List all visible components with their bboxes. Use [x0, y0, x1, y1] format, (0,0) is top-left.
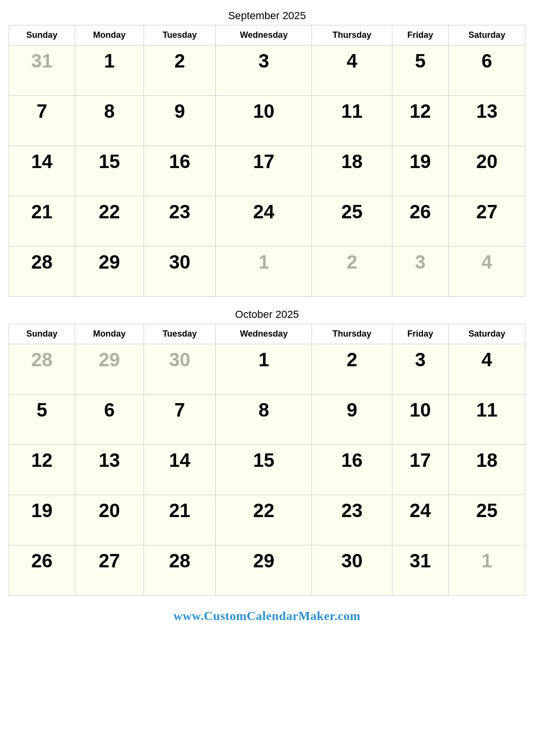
list-item[interactable]: 19 [392, 146, 448, 196]
list-item[interactable]: 24 [392, 495, 448, 545]
list-item[interactable]: 6 [75, 395, 144, 445]
list-item[interactable]: 9 [312, 395, 392, 445]
col-thursday: Thursday [312, 324, 392, 344]
list-item[interactable]: 28 [9, 344, 75, 395]
list-item[interactable]: 19 [9, 495, 75, 545]
list-item[interactable]: 26 [392, 196, 448, 247]
list-item[interactable]: 25 [448, 495, 525, 545]
list-item[interactable]: 31 [9, 45, 75, 96]
list-item[interactable]: 1 [216, 247, 312, 297]
october-header-row: Sunday Monday Tuesday Wednesday Thursday… [9, 324, 525, 344]
list-item[interactable]: 13 [448, 96, 525, 146]
table-row: 14151617181920 [9, 146, 525, 196]
list-item[interactable]: 8 [75, 96, 144, 146]
list-item[interactable]: 8 [216, 395, 312, 445]
col-friday: Friday [392, 324, 448, 344]
list-item[interactable]: 20 [75, 495, 144, 545]
list-item[interactable]: 30 [144, 247, 215, 297]
table-row: 2627282930311 [9, 545, 525, 596]
list-item[interactable]: 9 [144, 96, 215, 146]
list-item[interactable]: 2 [312, 247, 392, 297]
list-item[interactable]: 1 [75, 45, 144, 96]
list-item[interactable]: 6 [448, 45, 525, 96]
col-thursday: Thursday [312, 25, 392, 45]
col-tuesday: Tuesday [144, 25, 215, 45]
col-saturday: Saturday [448, 25, 525, 45]
table-row: 2829301234 [9, 344, 525, 395]
list-item[interactable]: 23 [144, 196, 215, 247]
list-item[interactable]: 24 [216, 196, 312, 247]
list-item[interactable]: 16 [144, 146, 215, 196]
col-wednesday: Wednesday [216, 324, 312, 344]
col-friday: Friday [392, 25, 448, 45]
list-item[interactable]: 26 [9, 545, 75, 596]
list-item[interactable]: 15 [216, 445, 312, 495]
list-item[interactable]: 17 [392, 445, 448, 495]
list-item[interactable]: 1 [216, 344, 312, 395]
list-item[interactable]: 14 [144, 445, 215, 495]
col-sunday: Sunday [9, 25, 75, 45]
list-item[interactable]: 20 [448, 146, 525, 196]
list-item[interactable]: 22 [75, 196, 144, 247]
list-item[interactable]: 30 [312, 545, 392, 596]
list-item[interactable]: 3 [216, 45, 312, 96]
september-grid: Sunday Monday Tuesday Wednesday Thursday… [9, 25, 525, 297]
list-item[interactable]: 2 [312, 344, 392, 395]
list-item[interactable]: 29 [216, 545, 312, 596]
list-item[interactable]: 29 [75, 344, 144, 395]
col-monday: Monday [75, 324, 144, 344]
col-sunday: Sunday [9, 324, 75, 344]
october-grid: Sunday Monday Tuesday Wednesday Thursday… [9, 324, 525, 596]
list-item[interactable]: 4 [312, 45, 392, 96]
list-item[interactable]: 17 [216, 146, 312, 196]
col-wednesday: Wednesday [216, 25, 312, 45]
september-header-row: Sunday Monday Tuesday Wednesday Thursday… [9, 25, 525, 45]
list-item[interactable]: 31 [392, 545, 448, 596]
col-monday: Monday [75, 25, 144, 45]
list-item[interactable]: 3 [392, 247, 448, 297]
list-item[interactable]: 4 [448, 344, 525, 395]
list-item[interactable]: 15 [75, 146, 144, 196]
list-item[interactable]: 14 [9, 146, 75, 196]
list-item[interactable]: 25 [312, 196, 392, 247]
list-item[interactable]: 3 [392, 344, 448, 395]
list-item[interactable]: 28 [9, 247, 75, 297]
list-item[interactable]: 27 [75, 545, 144, 596]
list-item[interactable]: 21 [144, 495, 215, 545]
list-item[interactable]: 13 [75, 445, 144, 495]
list-item[interactable]: 29 [75, 247, 144, 297]
list-item[interactable]: 18 [312, 146, 392, 196]
table-row: 78910111213 [9, 96, 525, 146]
footer-link[interactable]: www.CustomCalendarMaker.com [9, 609, 525, 623]
table-row: 567891011 [9, 395, 525, 445]
list-item[interactable]: 12 [392, 96, 448, 146]
table-row: 12131415161718 [9, 445, 525, 495]
september-title: September 2025 [9, 10, 525, 22]
list-item[interactable]: 1 [448, 545, 525, 596]
table-row: 19202122232425 [9, 495, 525, 545]
list-item[interactable]: 7 [144, 395, 215, 445]
list-item[interactable]: 28 [144, 545, 215, 596]
list-item[interactable]: 5 [392, 45, 448, 96]
col-saturday: Saturday [448, 324, 525, 344]
list-item[interactable]: 11 [448, 395, 525, 445]
list-item[interactable]: 4 [448, 247, 525, 297]
list-item[interactable]: 12 [9, 445, 75, 495]
list-item[interactable]: 22 [216, 495, 312, 545]
table-row: 31123456 [9, 45, 525, 96]
list-item[interactable]: 18 [448, 445, 525, 495]
list-item[interactable]: 27 [448, 196, 525, 247]
october-title: October 2025 [9, 308, 525, 321]
list-item[interactable]: 10 [392, 395, 448, 445]
list-item[interactable]: 2 [144, 45, 215, 96]
list-item[interactable]: 7 [9, 96, 75, 146]
list-item[interactable]: 16 [312, 445, 392, 495]
list-item[interactable]: 11 [312, 96, 392, 146]
table-row: 21222324252627 [9, 196, 525, 247]
list-item[interactable]: 10 [216, 96, 312, 146]
list-item[interactable]: 30 [144, 344, 215, 395]
list-item[interactable]: 21 [9, 196, 75, 247]
table-row: 2829301234 [9, 247, 525, 297]
list-item[interactable]: 23 [312, 495, 392, 545]
list-item[interactable]: 5 [9, 395, 75, 445]
